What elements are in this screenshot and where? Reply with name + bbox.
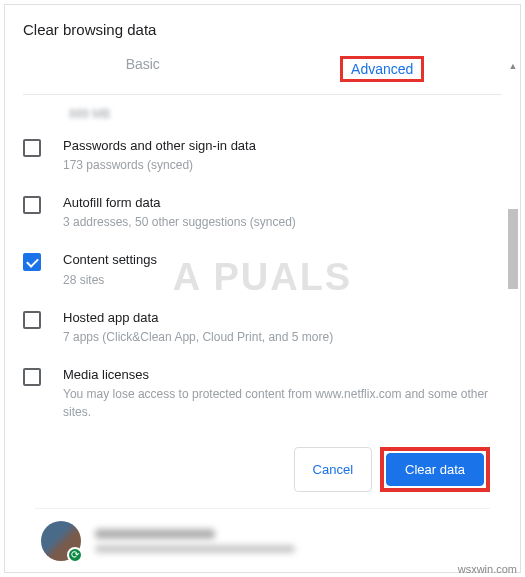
item-sub: 173 passwords (synced) [63,156,502,174]
checkbox-media-licenses[interactable] [23,368,41,386]
item-title: Passwords and other sign-in data [63,137,502,155]
item-title: Autofill form data [63,194,502,212]
item-title: Hosted app data [63,309,502,327]
checkbox-content-settings[interactable] [23,253,41,271]
tab-bar: Basic Advanced [23,56,502,95]
item-title: Content settings [63,251,502,269]
clear-button-highlight: Clear data [380,447,490,492]
avatar: ⟳ [41,521,81,561]
list-item: Media licenses You may lose access to pr… [23,356,502,431]
cancel-button[interactable]: Cancel [294,447,372,492]
dialog-title: Clear browsing data [23,21,502,38]
source-label: wsxwin.com [458,563,517,575]
tab-basic[interactable]: Basic [23,56,263,94]
clear-data-button[interactable]: Clear data [386,453,484,486]
scroll-thumb[interactable] [508,209,518,289]
list-item: Autofill form data 3 addresses, 50 other… [23,184,502,241]
list-item: Passwords and other sign-in data 173 pas… [23,127,502,184]
item-sub: 7 apps (Click&Clean App, Cloud Print, an… [63,328,502,346]
dialog-buttons: Cancel Clear data [23,431,502,508]
checkbox-passwords[interactable] [23,139,41,157]
checkbox-hosted-app[interactable] [23,311,41,329]
truncated-prev-item: 889 MB [23,103,502,127]
tab-advanced-highlight: Advanced [340,56,424,82]
options-list: 889 MB Passwords and other sign-in data … [5,103,520,572]
item-sub: 3 addresses, 50 other suggestions (synce… [63,213,502,231]
checkbox-autofill[interactable] [23,196,41,214]
scroll-up-icon[interactable]: ▲ [506,59,520,73]
list-item: Hosted app data 7 apps (Click&Clean App,… [23,299,502,356]
sync-badge-icon: ⟳ [67,547,83,563]
account-row: ⟳ [23,509,502,572]
scrollbar[interactable]: ▲ [506,59,520,492]
item-sub: 28 sites [63,271,502,289]
account-email-blurred [95,545,295,553]
item-title: Media licenses [63,366,502,384]
item-sub: You may lose access to protected content… [63,385,502,421]
account-name-blurred [95,529,215,539]
list-item: Content settings 28 sites [23,241,502,298]
tab-advanced[interactable]: Advanced [263,56,503,94]
